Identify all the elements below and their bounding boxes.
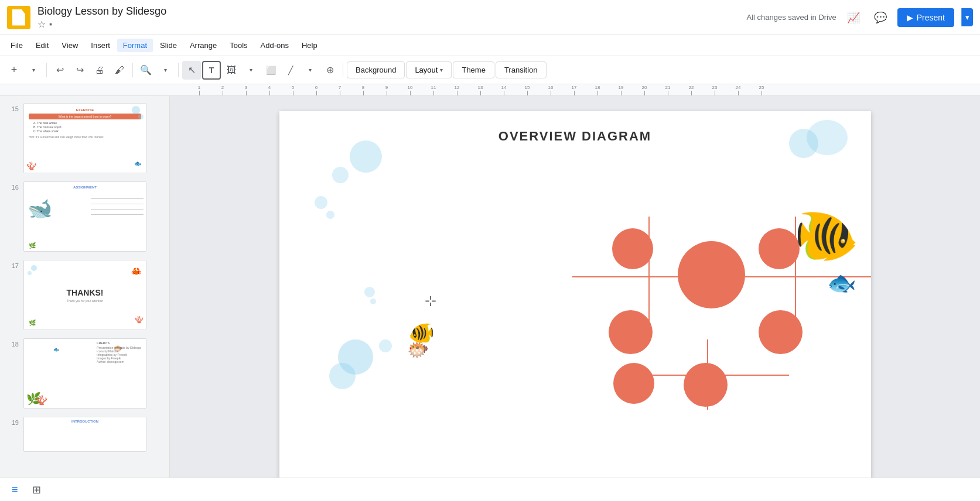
present-label: Present [917, 13, 945, 22]
bubble-6 [370, 298, 376, 304]
slide-panel[interactable]: 15 EXERCISE What is the largest animal b… [0, 96, 170, 501]
transition-button[interactable]: Transition [496, 61, 547, 78]
menu-insert[interactable]: Insert [85, 39, 116, 52]
doc-title: Biology Lesson by Slidesgo [37, 5, 747, 18]
slide-num-15: 15 [7, 103, 19, 112]
paint-format-button[interactable]: 🖌 [110, 61, 129, 80]
activity-button[interactable]: 📈 [844, 8, 863, 28]
theme-button[interactable]: Theme [453, 61, 494, 78]
present-dropdown[interactable]: ▾ [961, 8, 973, 26]
header-right: All changes saved in Drive 📈 💬 ▶ Present… [747, 8, 973, 28]
add-toolbar-group: + ▾ [5, 61, 43, 80]
save-status: All changes saved in Drive [747, 13, 836, 22]
slide-img-19: INTRODUCTION [23, 417, 146, 452]
separator-2 [132, 63, 133, 77]
layout-group: Layout ▾ [406, 61, 452, 78]
bubble-3 [315, 196, 327, 209]
separator-1 [46, 63, 47, 77]
menu-arrange[interactable]: Arrange [184, 39, 223, 52]
background-button[interactable]: Background [347, 61, 405, 78]
doc-title-actions: ☆ ▪ [37, 19, 747, 30]
fish-tropical-1: 🐠 [794, 205, 859, 266]
add-button[interactable]: + [5, 61, 23, 80]
separator-3 [178, 63, 179, 77]
menu-bar: File Edit View Insert Format Slide Arran… [0, 35, 980, 56]
title-bar: Biology Lesson by Slidesgo ☆ ▪ All chang… [0, 0, 980, 35]
textbox-tool[interactable]: T [202, 61, 221, 80]
slide-thumb-17[interactable]: 17 THANKS! Thank you for your attention … [5, 258, 165, 332]
present-button[interactable]: ▶ Present [897, 8, 954, 27]
circle-bl [609, 310, 653, 354]
grid-view-button[interactable]: ⊞ [28, 481, 46, 499]
bubble-tr2 [807, 120, 848, 155]
fish-clown-2: 🐡 [407, 339, 429, 360]
image-tool-group: 🖼 ▾ [222, 61, 260, 80]
circle-tc [759, 228, 800, 269]
doc-title-area: Biology Lesson by Slidesgo ☆ ▪ [37, 5, 747, 30]
line-tool[interactable]: ╱ [281, 61, 300, 80]
list-view-button[interactable]: ≡ [7, 481, 23, 498]
slide-editor: OVERVIEW DIAGRAM [170, 96, 980, 501]
menu-file[interactable]: File [5, 39, 29, 52]
slide-img-16: ASSIGNMENT 🐋 🌿 [23, 181, 146, 252]
line-tool-group: ╱ ▾ [281, 61, 319, 80]
app-icon [7, 6, 30, 29]
bubble-8 [379, 339, 392, 352]
menu-help[interactable]: Help [296, 39, 323, 52]
slide-img-15: EXERCISE What is the largest animal born… [23, 103, 146, 173]
slide-thumb-19[interactable]: 19 INTRODUCTION [5, 414, 165, 454]
circle-bbl [613, 363, 654, 404]
folder-icon[interactable]: ▪ [49, 19, 52, 29]
bubble-2 [332, 167, 349, 183]
undo-button[interactable]: ↩ [50, 61, 69, 80]
image-dropdown[interactable]: ▾ [241, 61, 260, 80]
bubble-4 [326, 211, 334, 219]
ruler: // Ruler marks will be generated by JS b… [0, 84, 980, 96]
present-icon: ▶ [907, 13, 913, 22]
circle-tl [612, 228, 653, 269]
image-tool[interactable]: 🖼 [222, 61, 241, 80]
print-button[interactable]: 🖨 [90, 61, 109, 80]
layout-button[interactable]: Layout [415, 66, 438, 74]
menu-edit[interactable]: Edit [30, 39, 54, 52]
redo-button[interactable]: ↪ [70, 61, 89, 80]
bubble-9 [329, 363, 356, 389]
layout-arrow: ▾ [440, 67, 443, 73]
slide-img-17: THANKS! Thank you for your attention 🦀 🪸… [23, 260, 146, 330]
circle-center [678, 241, 745, 308]
slide-thumb-15[interactable]: 15 EXERCISE What is the largest animal b… [5, 101, 165, 176]
menu-addons[interactable]: Add-ons [255, 39, 295, 52]
separator-4 [343, 63, 343, 77]
slide-num-17: 17 [7, 260, 19, 269]
zoom-dropdown[interactable]: ▾ [156, 61, 175, 80]
add-dropdown[interactable]: ▾ [24, 61, 43, 80]
bubble-1 [350, 140, 382, 173]
slide-num-18: 18 [7, 338, 19, 348]
move-cursor-indicator: ⊹ [425, 293, 436, 309]
select-tool[interactable]: ↖ [182, 61, 201, 80]
zoom-group: 🔍 ▾ [136, 61, 175, 80]
menu-tools[interactable]: Tools [224, 39, 253, 52]
bubble-5 [364, 287, 375, 297]
slide-thumb-16[interactable]: 16 ASSIGNMENT 🐋 🌿 [5, 179, 165, 254]
slide-num-19: 19 [7, 417, 19, 426]
slide-img-18: 🌿 🪸 🐡 CREDITS Presentation template by S… [23, 338, 146, 409]
menu-format[interactable]: Format [117, 39, 153, 52]
shape-tool[interactable]: ⬜ [261, 61, 280, 80]
zoom-button[interactable]: 🔍 [136, 61, 155, 80]
star-icon[interactable]: ☆ [37, 19, 46, 30]
line-dropdown[interactable]: ▾ [301, 61, 319, 80]
bottom-bar: ≡ ⊞ [0, 478, 980, 501]
slide-thumb-18[interactable]: 18 🌿 🪸 🐡 CREDITS Presentation template b… [5, 336, 165, 411]
circle-bbr [684, 363, 728, 407]
toolbar: + ▾ ↩ ↪ 🖨 🖌 🔍 ▾ ↖ T 🖼 ▾ ⬜ ╱ ▾ ⊕ Backgrou… [0, 56, 980, 84]
menu-view[interactable]: View [56, 39, 84, 52]
ruler-content: // Ruler marks will be generated by JS b… [187, 84, 773, 95]
content-area: 15 EXERCISE What is the largest animal b… [0, 96, 980, 501]
menu-slide[interactable]: Slide [154, 39, 183, 52]
fish-tropical-2: 🐟 [827, 269, 856, 297]
circle-br [759, 310, 803, 354]
comments-button[interactable]: 💬 [870, 8, 890, 28]
slide-num-16: 16 [7, 181, 19, 191]
more-shapes-button[interactable]: ⊕ [320, 61, 339, 80]
